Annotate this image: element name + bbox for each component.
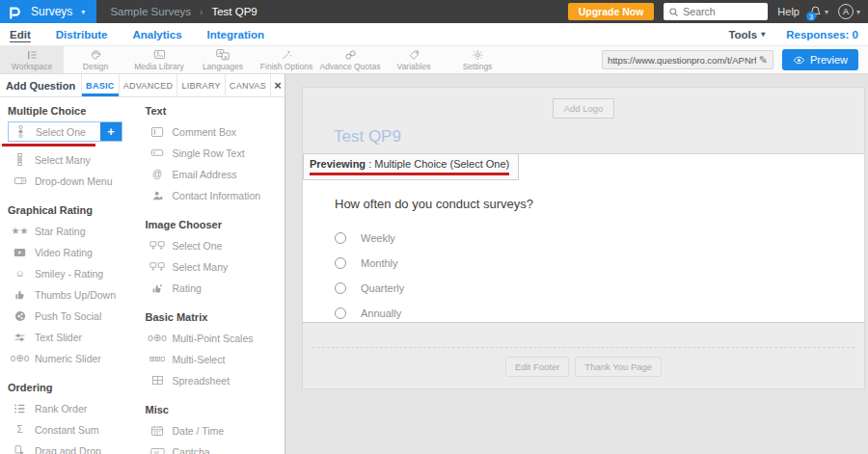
- question-type-item[interactable]: Spreadsheet: [146, 370, 234, 390]
- question-type-item[interactable]: @ Email Address: [146, 164, 241, 184]
- question-type-item[interactable]: o⊕o Numeric Slider: [8, 348, 105, 368]
- nav-item[interactable]: Integration: [207, 29, 264, 40]
- toolbar-item[interactable]: Design: [64, 46, 127, 73]
- account-menu[interactable]: A ▾: [838, 4, 860, 19]
- preview-button[interactable]: Preview: [782, 49, 858, 70]
- workspace-icon: [26, 48, 39, 61]
- toolbar-right: ✎ Preview: [602, 46, 868, 73]
- survey-url-input[interactable]: [608, 55, 756, 66]
- section-nav: Edit Distribute Analytics Integration To…: [0, 23, 868, 45]
- toolbar-item[interactable]: Variables: [382, 46, 446, 73]
- upgrade-now-button[interactable]: Upgrade Now: [568, 3, 655, 20]
- radio-button-icon[interactable]: [335, 232, 346, 244]
- contact-icon: [149, 190, 166, 201]
- question-card: Previewing : Multiple Choice (Select One…: [303, 153, 864, 323]
- multipoint-icon: o⊕o: [149, 334, 166, 343]
- product-menu[interactable]: Surveys ▾: [0, 0, 96, 23]
- panel-tab[interactable]: LIBRARY: [176, 74, 224, 96]
- nav-item[interactable]: Edit: [10, 29, 31, 40]
- question-type-item[interactable]: vx Captcha: [146, 441, 214, 454]
- question-type-item[interactable]: Drop-down Menu: [8, 171, 117, 191]
- svg-text:a: a: [224, 54, 227, 60]
- toolbar-item[interactable]: Aa Languages: [191, 46, 255, 73]
- footer-button[interactable]: Thank You Page: [575, 357, 662, 377]
- topbar-actions: Upgrade Now Help 3 ▾ A ▾: [568, 3, 868, 20]
- video-rating-icon: [12, 248, 28, 257]
- dropdown-icon: [12, 175, 28, 186]
- avatar: A: [838, 4, 854, 19]
- question-type-item[interactable]: Select Many: [8, 149, 95, 170]
- caret-down-icon: ▾: [81, 8, 85, 16]
- question-type-item[interactable]: Date / Time: [146, 420, 229, 441]
- question-type-item[interactable]: Rating: [146, 278, 205, 298]
- question-type-item[interactable]: Σ Constant Sum: [8, 419, 103, 440]
- previewing-value: : Multiple Choice (Select One): [366, 158, 509, 170]
- panel-tab[interactable]: BASIC: [81, 74, 119, 96]
- search-box[interactable]: [664, 3, 768, 20]
- toolbar-item[interactable]: Media Library: [127, 46, 191, 73]
- toolbar-item[interactable]: Settings: [446, 46, 509, 73]
- nav-item[interactable]: Analytics: [132, 29, 181, 40]
- pencil-icon[interactable]: ✎: [759, 54, 768, 67]
- footer-buttons: Edit Footer Thank You Page: [303, 348, 864, 388]
- checkbox-stack-icon: [12, 152, 28, 167]
- question-type-item[interactable]: Select One +: [8, 121, 122, 142]
- caret-down-icon: ▾: [825, 8, 828, 16]
- panel-header: Add Question BASIC ADVANCED LIBRARY CANV…: [0, 74, 285, 97]
- panel-tabs: BASIC ADVANCED LIBRARY CANVAS: [81, 74, 270, 96]
- image-select-many-icon: [149, 261, 166, 272]
- add-question-button[interactable]: +: [100, 122, 122, 141]
- question-type-item[interactable]: Rank Order: [8, 398, 91, 418]
- question-type-item[interactable]: ★★ Star Rating: [8, 221, 90, 241]
- toolbar-item[interactable]: Finish Options: [255, 46, 318, 73]
- group-heading: Basic Matrix: [146, 311, 278, 323]
- notifications-menu[interactable]: 3 ▾: [809, 5, 828, 18]
- notification-badge: 3: [806, 12, 816, 21]
- group-graphical-rating: Graphical Rating ★★ Star Rating Video Ra…: [8, 204, 140, 369]
- radio-button-icon[interactable]: [335, 282, 346, 294]
- panel-tab[interactable]: ADVANCED: [119, 74, 177, 96]
- help-link[interactable]: Help: [777, 6, 800, 17]
- group-heading: Misc: [146, 404, 278, 415]
- group-basic-matrix: Basic Matrix o⊕o Multi-Point Scales Mult…: [146, 311, 278, 391]
- question-type-item[interactable]: Select Many: [146, 256, 232, 277]
- panel-tab[interactable]: CANVAS: [225, 74, 270, 96]
- breadcrumb-parent[interactable]: Sample Surveys: [110, 6, 191, 17]
- toolbar-item[interactable]: Workspace: [0, 46, 64, 73]
- question-type-item[interactable]: Thumbs Up/Down: [8, 284, 120, 305]
- question-type-item[interactable]: o⊕o Multi-Point Scales: [146, 328, 258, 348]
- add-logo-button[interactable]: Add Logo: [553, 98, 615, 119]
- radio-button-icon[interactable]: [335, 307, 346, 319]
- question-type-item[interactable]: Multi-Select: [146, 349, 230, 369]
- question-type-item[interactable]: Single Row Text: [146, 143, 249, 163]
- question-type-item[interactable]: Video Rating: [8, 242, 96, 262]
- answer-option: Annually: [335, 301, 864, 326]
- question-type-item[interactable]: ☺ Smiley - Rating: [8, 263, 107, 283]
- group-misc: Misc Date / Time vx Captcha Calendar: [146, 404, 278, 454]
- group-heading: Multiple Choice: [8, 105, 140, 117]
- toolbar-item[interactable]: Advance Quotas: [318, 46, 382, 73]
- survey-title[interactable]: Test QP9: [334, 127, 864, 147]
- question-type-item[interactable]: Comment Box: [146, 121, 241, 142]
- survey-footer: Edit Footer Thank You Page: [303, 347, 864, 388]
- question-type-item[interactable]: Push To Social: [8, 306, 105, 326]
- breadcrumb: Sample Surveys › Test QP9: [110, 6, 257, 17]
- preview-button-label: Preview: [810, 54, 848, 66]
- question-type-item[interactable]: Text Slider: [8, 327, 86, 347]
- close-icon[interactable]: ×: [270, 74, 285, 96]
- search-input[interactable]: [683, 6, 760, 17]
- datetime-icon: [149, 425, 166, 437]
- questionpro-logo: [8, 4, 22, 19]
- nav-item[interactable]: Distribute: [56, 29, 108, 40]
- question-type-item[interactable]: Contact Information: [146, 185, 265, 205]
- share-icon: [12, 310, 28, 322]
- group-heading: Ordering: [8, 382, 140, 393]
- question-type-item[interactable]: Drag and Drop: [8, 441, 105, 454]
- footer-button[interactable]: Edit Footer: [505, 357, 569, 377]
- question-type-item[interactable]: Select One: [146, 235, 227, 255]
- tools-menu[interactable]: Tools ▾: [728, 29, 765, 40]
- radio-button-icon[interactable]: [335, 257, 346, 269]
- responses-count[interactable]: Responses: 0: [786, 29, 858, 40]
- radio-stack-icon: [13, 124, 29, 139]
- design-icon: [90, 48, 102, 61]
